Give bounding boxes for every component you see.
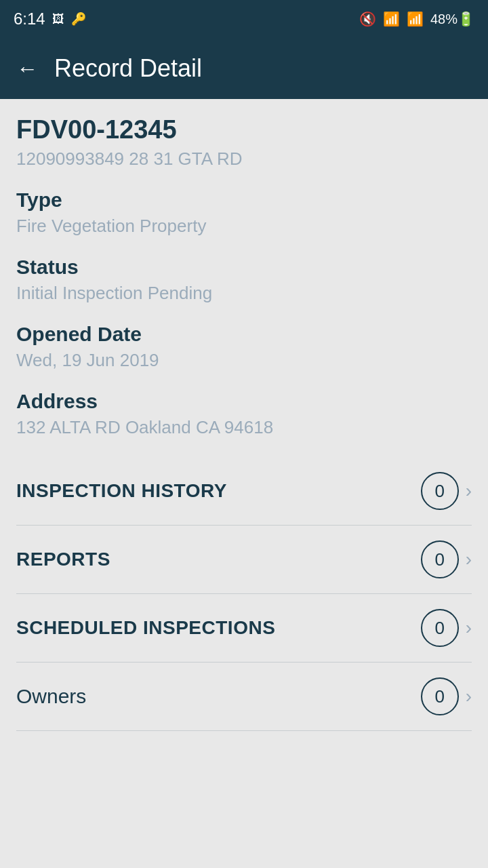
back-button[interactable]: ← bbox=[16, 56, 38, 81]
inspection-history-chevron: › bbox=[466, 480, 472, 502]
key-icon: 🔑 bbox=[71, 12, 86, 26]
status-value: Initial Inspection Pending bbox=[16, 283, 472, 304]
scheduled-inspections-label: SCHEDULED INSPECTIONS bbox=[16, 617, 275, 639]
address-label: Address bbox=[16, 390, 472, 413]
opened-date-label: Opened Date bbox=[16, 323, 472, 346]
address-value: 132 ALTA RD Oakland CA 94618 bbox=[16, 417, 472, 438]
scheduled-inspections-chevron: › bbox=[466, 617, 472, 639]
inspection-history-row[interactable]: INSPECTION HISTORY 0 › bbox=[16, 457, 472, 526]
scheduled-inspections-right: 0 › bbox=[421, 609, 472, 647]
owners-count: 0 bbox=[421, 677, 459, 715]
status-label: Status bbox=[16, 256, 472, 279]
sections-area: INSPECTION HISTORY 0 › REPORTS 0 › SCHED… bbox=[16, 457, 472, 731]
record-id: FDV00-12345 bbox=[16, 115, 472, 144]
battery-label: 48%🔋 bbox=[430, 11, 474, 27]
owners-chevron: › bbox=[466, 686, 472, 707]
reports-chevron: › bbox=[466, 549, 472, 570]
app-header: ← Record Detail bbox=[0, 38, 488, 99]
opened-date-value: Wed, 19 Jun 2019 bbox=[16, 350, 472, 371]
wifi-icon: 📶 bbox=[383, 11, 400, 27]
type-label: Type bbox=[16, 189, 472, 212]
owners-label: Owners bbox=[16, 685, 86, 708]
type-value: Fire Vegetation Property bbox=[16, 216, 472, 237]
reports-right: 0 › bbox=[421, 540, 472, 578]
owners-row[interactable]: Owners 0 › bbox=[16, 663, 472, 731]
signal-icon: 📶 bbox=[407, 11, 424, 27]
reports-label: REPORTS bbox=[16, 549, 110, 570]
content-area: FDV00-12345 12090993849 28 31 GTA RD Typ… bbox=[0, 99, 488, 758]
reports-row[interactable]: REPORTS 0 › bbox=[16, 526, 472, 594]
scheduled-inspections-count: 0 bbox=[421, 609, 459, 647]
status-bar-right: 🔇 📶 📶 48%🔋 bbox=[359, 11, 474, 27]
page-title: Record Detail bbox=[54, 54, 202, 83]
status-bar-left: 6:14 🖼 🔑 bbox=[14, 9, 86, 28]
status-time: 6:14 bbox=[14, 9, 45, 28]
photo-icon: 🖼 bbox=[52, 12, 64, 26]
inspection-history-label: INSPECTION HISTORY bbox=[16, 480, 227, 502]
scheduled-inspections-row[interactable]: SCHEDULED INSPECTIONS 0 › bbox=[16, 594, 472, 663]
mute-icon: 🔇 bbox=[359, 11, 376, 27]
inspection-history-right: 0 › bbox=[421, 472, 472, 510]
inspection-history-count: 0 bbox=[421, 472, 459, 510]
owners-right: 0 › bbox=[421, 677, 472, 715]
status-bar: 6:14 🖼 🔑 🔇 📶 📶 48%🔋 bbox=[0, 0, 488, 38]
reports-count: 0 bbox=[421, 540, 459, 578]
record-sub-id: 12090993849 28 31 GTA RD bbox=[16, 149, 472, 170]
